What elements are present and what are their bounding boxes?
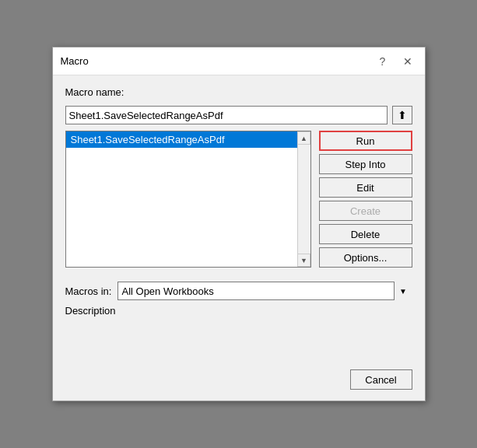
description-area	[65, 321, 412, 352]
scrollbar: ▲ ▼	[297, 131, 310, 267]
help-button[interactable]: ?	[374, 52, 392, 71]
scroll-down-arrow[interactable]: ▼	[297, 254, 310, 267]
bottom-area: Macros in: All Open Workbooks This Workb…	[65, 282, 412, 352]
macros-in-select[interactable]: All Open Workbooks This Workbook	[117, 282, 412, 300]
dialog-body: Macro name: ⬆ Sheet1.SaveSelectedRangeAs…	[53, 75, 425, 363]
dialog-title: Macro	[61, 55, 89, 67]
macro-list-container: Sheet1.SaveSelectedRangeAsPdf ▲ ▼	[65, 131, 311, 268]
macro-dialog: Macro ? ✕ Macro name: ⬆ Sheet1.SaveSelec…	[52, 47, 426, 401]
options-button[interactable]: Options...	[319, 247, 412, 268]
macro-list: Sheet1.SaveSelectedRangeAsPdf	[66, 131, 297, 267]
scroll-up-arrow[interactable]: ▲	[297, 131, 310, 145]
macros-in-row: Macros in: All Open Workbooks This Workb…	[65, 282, 412, 300]
run-button[interactable]: Run	[319, 131, 412, 151]
close-button[interactable]: ✕	[398, 52, 417, 71]
macro-name-label: Macro name:	[65, 86, 412, 98]
description-label: Description	[65, 305, 412, 317]
macros-in-select-wrapper: All Open Workbooks This Workbook ▼	[117, 282, 412, 300]
macro-name-input[interactable]	[65, 106, 388, 124]
title-bar-buttons: ? ✕	[374, 52, 417, 71]
list-item[interactable]: Sheet1.SaveSelectedRangeAsPdf	[66, 131, 297, 148]
macros-in-label: Macros in:	[65, 285, 112, 297]
dialog-footer: Cancel	[53, 363, 425, 401]
macro-name-row: ⬆	[65, 106, 412, 124]
sidebar-buttons: Run Step Into Edit Create Delete Options…	[319, 131, 412, 268]
cancel-button[interactable]: Cancel	[350, 369, 412, 390]
create-button[interactable]: Create	[319, 201, 412, 221]
main-area: Sheet1.SaveSelectedRangeAsPdf ▲ ▼ Run St…	[65, 131, 412, 268]
edit-button[interactable]: Edit	[319, 177, 412, 198]
list-scroll-wrapper: Sheet1.SaveSelectedRangeAsPdf ▲ ▼	[66, 131, 310, 267]
upload-button[interactable]: ⬆	[392, 106, 412, 124]
title-bar: Macro ? ✕	[53, 47, 425, 75]
delete-button[interactable]: Delete	[319, 224, 412, 244]
step-into-button[interactable]: Step Into	[319, 154, 412, 174]
